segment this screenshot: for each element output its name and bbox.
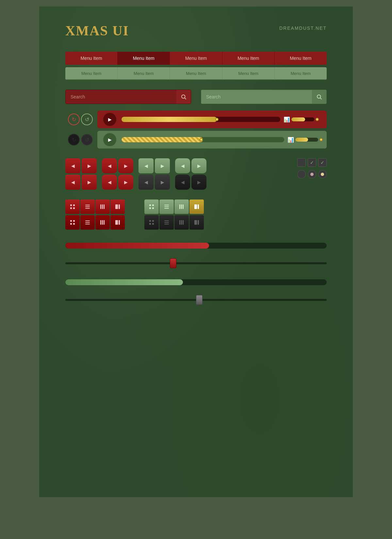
nav-item-red-5[interactable]: Menu Item: [275, 52, 327, 65]
progress-bar-red: [65, 243, 327, 249]
nav-section: Menu Item Menu Item Menu Item Menu Item …: [65, 52, 327, 80]
progress-fill-red: [65, 243, 209, 249]
nav-item-green-3[interactable]: Menu Item: [170, 67, 222, 80]
arrow-left-green-1[interactable]: ◀: [139, 158, 154, 173]
view-btn-cols-green-1[interactable]: [174, 200, 189, 214]
view-btn-panel-red-2[interactable]: [110, 215, 125, 230]
nav-item-red-2[interactable]: Menu Item: [118, 52, 170, 65]
arrow-group-red-1: ◀ ▶ ◀ ▶: [65, 158, 97, 190]
nav-item-green-2[interactable]: Menu Item: [118, 67, 170, 80]
search-section: [65, 90, 327, 104]
progress-bar-green: [65, 279, 327, 285]
search-input-red[interactable]: [66, 90, 176, 104]
check-radio-section: ✓ ✓: [297, 158, 327, 179]
view-btn-cols-dark-1[interactable]: [174, 215, 189, 230]
arrow-right-red-2[interactable]: ▶: [82, 175, 97, 190]
progress-fill-green: [65, 279, 183, 285]
svg-line-3: [320, 98, 321, 99]
arrow-left-red-1[interactable]: ◀: [65, 158, 80, 173]
view-btn-panel-dark-1[interactable]: [189, 215, 204, 230]
refresh-icons-red: ↻ ↺: [65, 113, 95, 125]
arrow-group-red-2: ◀ ▶ ◀ ▶: [102, 158, 133, 190]
view-group-green: [144, 200, 204, 230]
view-group-red: [65, 200, 125, 230]
view-btn-cols-red-2[interactable]: [95, 215, 110, 230]
view-row-green-1: [144, 200, 204, 214]
radio-active[interactable]: [308, 170, 316, 179]
checkbox-row: ✓ ✓: [297, 158, 327, 167]
arrow-right-dark-1[interactable]: ▶: [155, 175, 170, 190]
view-row-dark-1: [144, 215, 204, 230]
page-container: XMAS UI DREAMDUST.NET Menu Item Menu Ite…: [39, 7, 353, 497]
refresh-btn-red-2[interactable]: ↺: [81, 113, 93, 125]
header: XMAS UI DREAMDUST.NET: [65, 23, 327, 39]
slider-red[interactable]: [65, 258, 327, 268]
radio-empty[interactable]: [297, 170, 306, 179]
slider-track-red: [65, 262, 327, 264]
view-row-red-2: [65, 215, 125, 230]
arrow-left-red-2[interactable]: ◀: [65, 175, 80, 190]
slider-green[interactable]: [65, 295, 327, 305]
nav-bar-green: Menu Item Menu Item Menu Item Menu Item …: [65, 67, 327, 80]
view-btn-list-green-1[interactable]: [159, 200, 174, 214]
search-input-green[interactable]: [201, 90, 312, 104]
view-btn-list-dark-1[interactable]: [159, 215, 174, 230]
nav-item-green-4[interactable]: Menu Item: [222, 67, 275, 80]
view-btn-grid-red-2[interactable]: [65, 215, 80, 230]
checkbox-checked-1[interactable]: ✓: [308, 158, 316, 167]
view-btn-panel-red-1[interactable]: [110, 200, 125, 214]
checkbox-empty[interactable]: [297, 158, 306, 167]
view-btn-grid-dark-1[interactable]: [144, 215, 159, 230]
search-bar-red: [65, 90, 191, 104]
view-section: [65, 200, 327, 230]
search-bar-green: [201, 90, 327, 104]
arrow-right-green-1[interactable]: ▶: [155, 158, 170, 173]
view-btn-panel-green-1[interactable]: [189, 200, 204, 214]
arrow-group-green-light: ◀ ▶ ◀ ▶: [139, 158, 170, 190]
refresh-btn-green-1[interactable]: ↻: [68, 134, 80, 146]
checkbox-checked-2[interactable]: ✓: [318, 158, 327, 167]
view-btn-list-red-2[interactable]: [80, 215, 95, 230]
svg-point-2: [317, 95, 321, 98]
buttons-section: ◀ ▶ ◀ ▶ ◀ ▶ ◀ ▶ ◀ ▶ ◀ ▶ ◀ ▶ ◀ ▶: [65, 158, 327, 190]
nav-item-green-5[interactable]: Menu Item: [275, 67, 327, 80]
nav-item-red-1[interactable]: Menu Item: [65, 52, 118, 65]
progress-section: [65, 239, 327, 305]
nav-item-red-3[interactable]: Menu Item: [170, 52, 222, 65]
page-title: XMAS UI: [65, 23, 129, 39]
view-row-red-1: [65, 200, 125, 214]
arrow-left-red-3[interactable]: ◀: [102, 158, 117, 173]
svg-point-0: [182, 95, 185, 98]
arrow-right-green-2[interactable]: ▶: [191, 158, 206, 173]
radio-filled[interactable]: [318, 170, 327, 179]
radio-row: [297, 170, 327, 179]
view-btn-grid-green-1[interactable]: [144, 200, 159, 214]
arrow-left-green-2[interactable]: ◀: [175, 158, 190, 173]
play-btn-red[interactable]: ▶: [103, 113, 116, 126]
refresh-btn-red-1[interactable]: ↻: [68, 113, 80, 125]
arrow-left-dark-2[interactable]: ◀: [175, 175, 190, 190]
refresh-icons-green: ↻ ↺: [65, 134, 95, 146]
view-btn-grid-red-1[interactable]: [65, 200, 80, 214]
brand-label: DREAMDUST.NET: [279, 23, 327, 31]
play-btn-green[interactable]: ▶: [103, 133, 116, 146]
slider-handle-green[interactable]: [196, 295, 203, 305]
nav-item-green-1[interactable]: Menu Item: [65, 67, 118, 80]
arrow-right-red-3[interactable]: ▶: [118, 158, 133, 173]
search-button-green[interactable]: [312, 90, 326, 104]
view-btn-cols-red-1[interactable]: [95, 200, 110, 214]
arrow-group-dark: ◀ ▶ ◀ ▶: [175, 158, 206, 190]
nav-item-red-4[interactable]: Menu Item: [222, 52, 275, 65]
arrow-right-red-1[interactable]: ▶: [82, 158, 97, 173]
arrow-right-dark-2[interactable]: ▶: [191, 175, 206, 190]
slider-handle-red[interactable]: [170, 258, 176, 268]
search-button-red[interactable]: [176, 90, 191, 104]
svg-line-1: [185, 98, 186, 99]
arrow-right-red-4[interactable]: ▶: [118, 175, 133, 190]
nav-bar-red: Menu Item Menu Item Menu Item Menu Item …: [65, 52, 327, 65]
arrow-left-red-4[interactable]: ◀: [102, 175, 117, 190]
player-section: ↻ ↺ ▶ 📊: [65, 111, 327, 148]
view-btn-list-red-1[interactable]: [80, 200, 95, 214]
refresh-btn-green-2[interactable]: ↺: [81, 134, 93, 146]
arrow-left-dark-1[interactable]: ◀: [139, 175, 154, 190]
